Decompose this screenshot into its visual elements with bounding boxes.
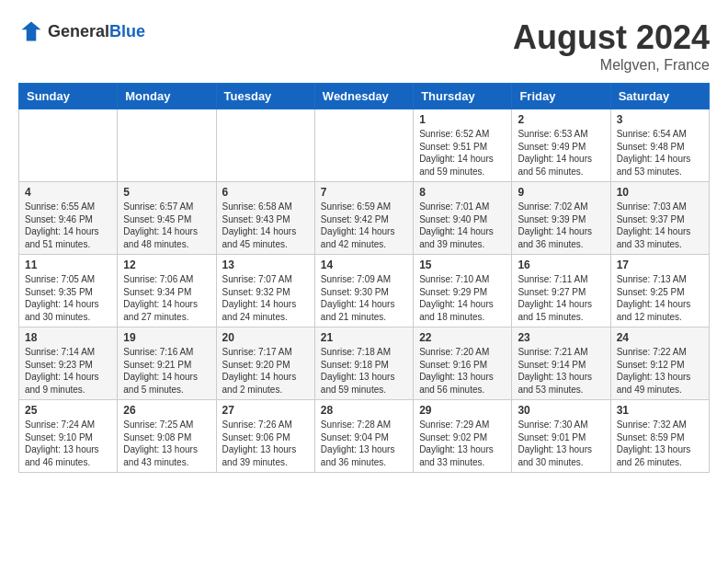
day-cell-1: 1Sunrise: 6:52 AM Sunset: 9:51 PM Daylig…: [414, 109, 512, 182]
day-info: Sunrise: 7:06 AM Sunset: 9:34 PM Dayligh…: [123, 273, 210, 323]
week-row-4: 18Sunrise: 7:14 AM Sunset: 9:23 PM Dayli…: [19, 327, 710, 400]
day-info: Sunrise: 7:30 AM Sunset: 9:01 PM Dayligh…: [518, 419, 604, 468]
day-info: Sunrise: 7:01 AM Sunset: 9:40 PM Dayligh…: [419, 201, 506, 250]
day-cell-21: 21Sunrise: 7:18 AM Sunset: 9:18 PM Dayli…: [314, 327, 413, 400]
day-number: 11: [25, 259, 111, 271]
day-cell-28: 28Sunrise: 7:28 AM Sunset: 9:04 PM Dayli…: [314, 400, 413, 473]
day-info: Sunrise: 7:02 AM Sunset: 9:39 PM Dayligh…: [518, 201, 604, 250]
day-cell-19: 19Sunrise: 7:16 AM Sunset: 9:21 PM Dayli…: [118, 327, 216, 400]
day-info: Sunrise: 6:54 AM Sunset: 9:48 PM Dayligh…: [617, 128, 703, 178]
weekday-header-saturday: Saturday: [610, 84, 709, 109]
day-number: 10: [617, 186, 703, 199]
weekday-header-monday: Monday: [118, 84, 216, 109]
day-number: 23: [518, 331, 604, 344]
day-cell-11: 11Sunrise: 7:05 AM Sunset: 9:35 PM Dayli…: [19, 255, 118, 327]
day-cell-8: 8Sunrise: 7:01 AM Sunset: 9:40 PM Daylig…: [414, 182, 512, 255]
day-cell-31: 31Sunrise: 7:32 AM Sunset: 8:59 PM Dayli…: [610, 400, 709, 473]
day-info: Sunrise: 7:11 AM Sunset: 9:27 PM Dayligh…: [518, 273, 604, 323]
location-subtitle: Melgven, France: [513, 57, 710, 74]
weekday-header-thursday: Thursday: [414, 84, 512, 109]
day-cell-16: 16Sunrise: 7:11 AM Sunset: 9:27 PM Dayli…: [512, 255, 610, 327]
calendar-table: SundayMondayTuesdayWednesdayThursdayFrid…: [18, 83, 710, 473]
day-number: 26: [123, 404, 210, 417]
day-number: 21: [321, 331, 407, 344]
weekday-header-tuesday: Tuesday: [216, 84, 314, 109]
day-info: Sunrise: 6:59 AM Sunset: 9:42 PM Dayligh…: [321, 201, 407, 250]
day-number: 27: [222, 404, 309, 417]
svg-marker-0: [22, 22, 41, 41]
day-number: 19: [123, 331, 210, 344]
day-info: Sunrise: 7:16 AM Sunset: 9:21 PM Dayligh…: [123, 346, 210, 396]
day-cell-5: 5Sunrise: 6:57 AM Sunset: 9:45 PM Daylig…: [118, 182, 216, 255]
day-number: 1: [419, 113, 506, 126]
day-cell-10: 10Sunrise: 7:03 AM Sunset: 9:37 PM Dayli…: [610, 182, 709, 255]
day-info: Sunrise: 7:20 AM Sunset: 9:16 PM Dayligh…: [419, 346, 506, 396]
logo: GeneralBlue: [18, 18, 145, 44]
day-number: 7: [321, 186, 407, 199]
empty-cell: [19, 109, 118, 182]
day-number: 9: [518, 186, 604, 199]
day-info: Sunrise: 6:57 AM Sunset: 9:45 PM Dayligh…: [123, 201, 210, 250]
day-info: Sunrise: 7:09 AM Sunset: 9:30 PM Dayligh…: [321, 273, 407, 323]
weekday-header-wednesday: Wednesday: [314, 84, 413, 109]
logo-icon: [18, 18, 44, 44]
week-row-3: 11Sunrise: 7:05 AM Sunset: 9:35 PM Dayli…: [19, 255, 710, 327]
day-info: Sunrise: 7:32 AM Sunset: 8:59 PM Dayligh…: [617, 419, 703, 468]
day-info: Sunrise: 7:25 AM Sunset: 9:08 PM Dayligh…: [123, 419, 210, 468]
day-cell-2: 2Sunrise: 6:53 AM Sunset: 9:49 PM Daylig…: [512, 109, 610, 182]
day-cell-15: 15Sunrise: 7:10 AM Sunset: 9:29 PM Dayli…: [414, 255, 512, 327]
day-info: Sunrise: 7:28 AM Sunset: 9:04 PM Dayligh…: [321, 419, 407, 468]
day-number: 31: [617, 404, 703, 417]
day-number: 3: [617, 113, 703, 126]
day-cell-30: 30Sunrise: 7:30 AM Sunset: 9:01 PM Dayli…: [512, 400, 610, 473]
day-cell-18: 18Sunrise: 7:14 AM Sunset: 9:23 PM Dayli…: [19, 327, 118, 400]
day-info: Sunrise: 6:55 AM Sunset: 9:46 PM Dayligh…: [25, 201, 111, 250]
day-number: 30: [518, 404, 604, 417]
day-number: 15: [419, 259, 506, 271]
month-year-title: August 2024: [513, 18, 710, 57]
empty-cell: [314, 109, 413, 182]
day-info: Sunrise: 7:17 AM Sunset: 9:20 PM Dayligh…: [222, 346, 309, 396]
week-row-1: 1Sunrise: 6:52 AM Sunset: 9:51 PM Daylig…: [19, 109, 710, 182]
day-number: 28: [321, 404, 407, 417]
day-cell-25: 25Sunrise: 7:24 AM Sunset: 9:10 PM Dayli…: [19, 400, 118, 473]
weekday-header-row: SundayMondayTuesdayWednesdayThursdayFrid…: [19, 84, 710, 109]
day-cell-6: 6Sunrise: 6:58 AM Sunset: 9:43 PM Daylig…: [216, 182, 314, 255]
day-info: Sunrise: 6:53 AM Sunset: 9:49 PM Dayligh…: [518, 128, 604, 178]
day-info: Sunrise: 7:26 AM Sunset: 9:06 PM Dayligh…: [222, 419, 309, 468]
day-cell-7: 7Sunrise: 6:59 AM Sunset: 9:42 PM Daylig…: [314, 182, 413, 255]
empty-cell: [118, 109, 216, 182]
day-info: Sunrise: 7:24 AM Sunset: 9:10 PM Dayligh…: [25, 419, 111, 468]
day-number: 8: [419, 186, 506, 199]
day-number: 14: [321, 259, 407, 271]
day-info: Sunrise: 6:58 AM Sunset: 9:43 PM Dayligh…: [222, 201, 309, 250]
logo-blue: Blue: [109, 22, 145, 40]
page-header: GeneralBlue August 2024 Melgven, France: [18, 18, 710, 74]
day-number: 16: [518, 259, 604, 271]
day-cell-12: 12Sunrise: 7:06 AM Sunset: 9:34 PM Dayli…: [118, 255, 216, 327]
day-info: Sunrise: 7:13 AM Sunset: 9:25 PM Dayligh…: [617, 273, 703, 323]
weekday-header-sunday: Sunday: [19, 84, 118, 109]
day-cell-13: 13Sunrise: 7:07 AM Sunset: 9:32 PM Dayli…: [216, 255, 314, 327]
day-info: Sunrise: 7:10 AM Sunset: 9:29 PM Dayligh…: [419, 273, 506, 323]
day-cell-26: 26Sunrise: 7:25 AM Sunset: 9:08 PM Dayli…: [118, 400, 216, 473]
day-info: Sunrise: 7:07 AM Sunset: 9:32 PM Dayligh…: [222, 273, 309, 323]
day-cell-27: 27Sunrise: 7:26 AM Sunset: 9:06 PM Dayli…: [216, 400, 314, 473]
day-number: 25: [25, 404, 111, 417]
day-cell-17: 17Sunrise: 7:13 AM Sunset: 9:25 PM Dayli…: [610, 255, 709, 327]
day-cell-3: 3Sunrise: 6:54 AM Sunset: 9:48 PM Daylig…: [610, 109, 709, 182]
day-number: 5: [123, 186, 210, 199]
day-info: Sunrise: 7:14 AM Sunset: 9:23 PM Dayligh…: [25, 346, 111, 396]
day-cell-29: 29Sunrise: 7:29 AM Sunset: 9:02 PM Dayli…: [414, 400, 512, 473]
day-cell-24: 24Sunrise: 7:22 AM Sunset: 9:12 PM Dayli…: [610, 327, 709, 400]
day-info: Sunrise: 7:29 AM Sunset: 9:02 PM Dayligh…: [419, 419, 506, 468]
day-info: Sunrise: 7:03 AM Sunset: 9:37 PM Dayligh…: [617, 201, 703, 250]
day-number: 22: [419, 331, 506, 344]
title-block: August 2024 Melgven, France: [513, 18, 710, 74]
day-number: 6: [222, 186, 309, 199]
day-cell-14: 14Sunrise: 7:09 AM Sunset: 9:30 PM Dayli…: [314, 255, 413, 327]
week-row-5: 25Sunrise: 7:24 AM Sunset: 9:10 PM Dayli…: [19, 400, 710, 473]
day-cell-4: 4Sunrise: 6:55 AM Sunset: 9:46 PM Daylig…: [19, 182, 118, 255]
logo-general: General: [48, 22, 109, 40]
day-cell-20: 20Sunrise: 7:17 AM Sunset: 9:20 PM Dayli…: [216, 327, 314, 400]
